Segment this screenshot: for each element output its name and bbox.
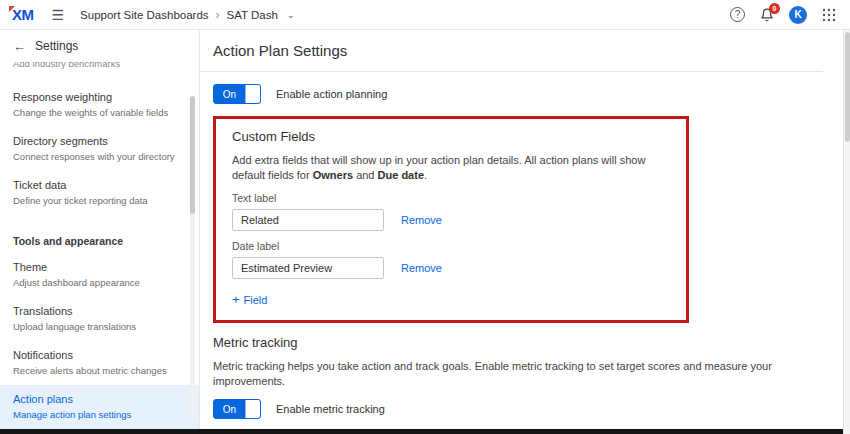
sidebar-item-label: Directory segments: [13, 135, 183, 148]
sidebar-scrollbar-track: [190, 96, 195, 420]
sidebar-item-desc: Upload language translations: [13, 321, 183, 333]
top-bar: XM ☰ Support Site Dashboards › SAT Dash …: [0, 0, 850, 30]
metric-tracking-title: Metric tracking: [213, 335, 823, 350]
sidebar-section-tools-and-appearance: Tools and appearance: [0, 215, 199, 253]
sidebar-item-desc: Adjust dashboard appearance: [13, 277, 183, 289]
toggle-knob: [245, 85, 260, 103]
date-label-caption: Date label: [232, 240, 670, 252]
add-field-label: Field: [244, 294, 268, 306]
metric-tracking-description: Metric tracking helps you take action an…: [213, 359, 823, 389]
sidebar-header: ← Settings: [0, 30, 199, 62]
text-field-row: Remove: [232, 209, 670, 231]
app-window: XM ☰ Support Site Dashboards › SAT Dash …: [0, 0, 850, 434]
remove-text-field-link[interactable]: Remove: [401, 214, 442, 226]
desc-bold-due-date: Due date: [378, 169, 424, 181]
desc-text: Add extra fields that will show up in yo…: [232, 154, 645, 181]
plus-icon: +: [232, 293, 240, 306]
date-field-row: Remove: [232, 257, 670, 279]
enable-metric-tracking-toggle[interactable]: On: [213, 399, 261, 419]
breadcrumb: Support Site Dashboards › SAT Dash ⌄: [80, 8, 294, 22]
toggle-on-label: On: [214, 85, 245, 103]
text-label-caption: Text label: [232, 192, 670, 204]
sidebar-item-directory-segments[interactable]: Directory segments Connect responses wit…: [0, 127, 199, 171]
notifications-bell-icon[interactable]: 0: [760, 8, 774, 22]
sidebar-item-label: Translations: [13, 305, 183, 318]
sidebar-item-notifications[interactable]: Notifications Receive alerts about metri…: [0, 341, 199, 385]
metric-tracking-section: Metric tracking Metric tracking helps yo…: [213, 335, 823, 419]
grid-dots-icon: [822, 8, 836, 22]
metric-tracking-toggle-label: Enable metric tracking: [276, 403, 385, 415]
sidebar-item-label: Ticket data: [13, 179, 183, 192]
add-field-button[interactable]: + Field: [232, 293, 267, 306]
metric-tracking-toggle-row: On Enable metric tracking: [213, 399, 823, 419]
window-bottom-edge: [0, 429, 843, 434]
sidebar-item-action-plans[interactable]: Action plans Manage action plan settings: [0, 385, 199, 429]
page-title: Action Plan Settings: [213, 30, 823, 59]
chevron-down-icon[interactable]: ⌄: [287, 10, 295, 20]
desc-bold-owners: Owners: [313, 169, 353, 181]
sidebar-scrollbar-thumb[interactable]: [190, 96, 195, 214]
title-divider: [200, 71, 823, 72]
sidebar-item-label: Theme: [13, 261, 183, 274]
avatar[interactable]: K: [789, 6, 807, 24]
remove-date-field-link[interactable]: Remove: [401, 262, 442, 274]
help-icon[interactable]: ?: [730, 7, 745, 22]
settings-sidebar: ← Settings Add industry benchmarks Respo…: [0, 30, 200, 434]
sidebar-item-desc: Manage action plan settings: [13, 409, 183, 421]
sidebar-item-theme[interactable]: Theme Adjust dashboard appearance: [0, 253, 199, 297]
app-grid-icon[interactable]: [822, 8, 836, 22]
back-arrow-icon[interactable]: ←: [13, 39, 26, 54]
action-planning-toggle-label: Enable action planning: [276, 88, 387, 100]
sidebar-item-desc: Define your ticket reporting data: [13, 195, 183, 207]
sidebar-title: Settings: [35, 39, 78, 53]
sidebar-item-translations[interactable]: Translations Upload language translation…: [0, 297, 199, 341]
breadcrumb-current[interactable]: SAT Dash: [227, 9, 278, 21]
notification-badge: 0: [769, 3, 780, 14]
topbar-actions: ? 0 K: [730, 6, 836, 24]
sidebar-item-label: Action plans: [13, 393, 183, 406]
sidebar-item-clipped[interactable]: Add industry benchmarks: [0, 62, 199, 71]
sidebar-item-response-weighting[interactable]: Response weighting Change the weights of…: [0, 83, 199, 127]
text-label-input[interactable]: [232, 209, 384, 231]
desc-text: .: [424, 169, 427, 181]
main-content: Action Plan Settings On Enable action pl…: [200, 30, 843, 434]
sidebar-item-desc: Receive alerts about metric changes: [13, 365, 183, 377]
sidebar-item-label: Notifications: [13, 349, 183, 362]
date-label-input[interactable]: [232, 257, 384, 279]
sidebar-item-ticket-data[interactable]: Ticket data Define your ticket reporting…: [0, 171, 199, 215]
sidebar-item-label: Response weighting: [13, 91, 183, 104]
custom-fields-description: Add extra fields that will show up in yo…: [232, 153, 670, 183]
breadcrumb-separator-icon: ›: [216, 8, 220, 22]
sidebar-item-desc: Connect responses with your directory: [13, 151, 183, 163]
breadcrumb-root[interactable]: Support Site Dashboards: [80, 9, 209, 21]
sidebar-item-desc: Change the weights of variable fields: [13, 107, 183, 119]
enable-action-planning-toggle[interactable]: On: [213, 84, 261, 104]
toggle-on-label: On: [214, 400, 245, 418]
hamburger-menu-icon[interactable]: ☰: [52, 8, 65, 22]
page-scrollbar-track: [843, 30, 850, 434]
page-scrollbar-thumb[interactable]: [845, 32, 850, 142]
xm-logo[interactable]: XM: [12, 6, 34, 23]
custom-fields-title: Custom Fields: [232, 129, 670, 144]
sidebar-item-clipped-label: Add industry benchmarks: [13, 62, 199, 69]
custom-fields-section-annotation: Custom Fields Add extra fields that will…: [213, 116, 689, 323]
desc-text: and: [353, 169, 377, 181]
toggle-knob: [245, 400, 260, 418]
action-planning-toggle-row: On Enable action planning: [213, 84, 823, 104]
